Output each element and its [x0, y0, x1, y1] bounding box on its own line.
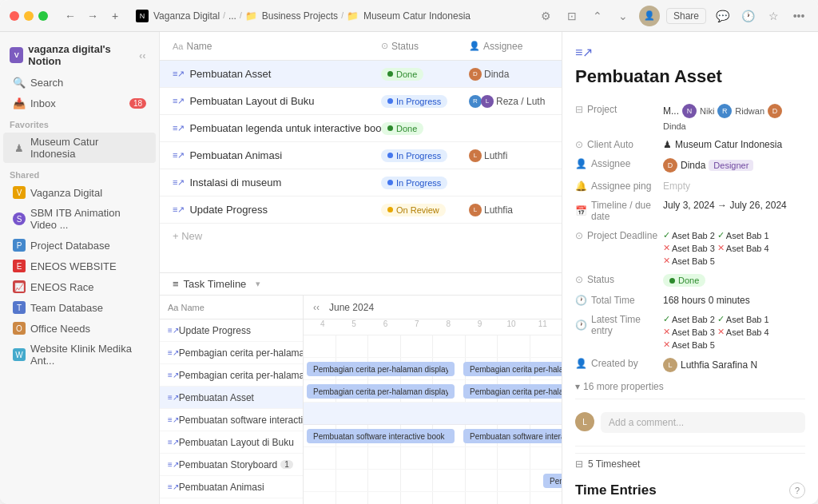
- timeline-name-row[interactable]: ≡↗ Pembuatan Layout di Buku: [160, 431, 303, 454]
- comment-icon[interactable]: 💬: [713, 6, 732, 26]
- detail-value-status[interactable]: Done: [663, 274, 805, 287]
- timeline-bar[interactable]: Pembagian cerita per-halaman display pr.…: [463, 362, 562, 376]
- detail-value-project[interactable]: M... N Niki R Ridwan D Dinda: [663, 104, 805, 131]
- split-icon[interactable]: ⊡: [562, 6, 582, 26]
- chevron-up-icon[interactable]: ⌃: [588, 6, 607, 26]
- tl-bar-label: Pembuatan software interactive book: [470, 432, 562, 441]
- status-badge-inprogress-4: In Progress: [381, 149, 447, 162]
- timeline-chevron-icon[interactable]: ▾: [256, 279, 260, 289]
- timeline-name-row[interactable]: ≡↗ Pembuatan Asset: [160, 387, 303, 409]
- comment-user-avatar: L: [575, 412, 594, 431]
- add-row-button[interactable]: + New: [160, 224, 562, 248]
- forward-button[interactable]: →: [83, 6, 102, 26]
- inbox-icon: 📥: [13, 97, 26, 109]
- timeline-bar[interactable]: Pembuatan software interactive book: [307, 429, 455, 443]
- clock-icon[interactable]: 🕐: [738, 6, 757, 26]
- timeline-name-row[interactable]: ≡↗ Pembagian cerita per-halaman display: [160, 342, 303, 364]
- sidebar-item-klinik[interactable]: W Website Klinik Medika Ant...: [3, 339, 156, 370]
- row-status-2: In Progress: [381, 94, 469, 108]
- detail-value-assignee[interactable]: D Dinda Designer: [663, 158, 805, 173]
- table-row[interactable]: ≡↗ Instalasi di museum In Progress: [160, 169, 562, 196]
- timeline-name-row[interactable]: ≡↗ Update Progress: [160, 319, 303, 342]
- sidebar-search-label: Search: [30, 77, 63, 89]
- breadcrumb-current[interactable]: Museum Catur Indonesia: [363, 10, 471, 22]
- tl-row-line-selected: [304, 403, 562, 425]
- detail-label-client: ⊙ Client Auto: [575, 139, 663, 150]
- sidebar-item-office[interactable]: O Office Needs: [3, 319, 156, 338]
- detail-label-latest-time: 🕐 Latest Time entry: [575, 314, 663, 336]
- timeline-field-icon: 📅: [575, 205, 587, 216]
- timeline-name-row[interactable]: ≡↗ Pembuatan properti: [160, 498, 303, 504]
- minimize-button[interactable]: [24, 11, 34, 21]
- chevron-down-icon[interactable]: ⌄: [614, 6, 633, 26]
- row-assignee-1: D Dinda: [469, 68, 549, 81]
- detail-label-total-time: 🕐 Total Time: [575, 295, 663, 306]
- sidebar-item-inbox[interactable]: 📥 Inbox 18: [3, 93, 156, 113]
- sidebar-item-eneos-race[interactable]: 📈 ENEOS Race: [3, 277, 156, 296]
- sidebar-collapse-button[interactable]: ‹‹: [136, 47, 149, 63]
- more-icon[interactable]: •••: [789, 6, 808, 26]
- sidebar-item-vaganza[interactable]: V Vaganza Digital: [3, 183, 156, 202]
- timeline-title[interactable]: ≡ Task Timeline ▾: [173, 278, 260, 290]
- breadcrumb-ellipsis[interactable]: ...: [228, 10, 236, 22]
- sidebar-item-search[interactable]: 🔍 Search: [3, 73, 156, 92]
- timeline-name-row[interactable]: ≡↗ Pembuatan software interactive book: [160, 409, 303, 431]
- detail-value-deadline[interactable]: ✓ Aset Bab 2 ✓ Aset Bab 1 ✕ Aset Bab 3 ✕…: [663, 230, 805, 266]
- sidebar-item-eneos[interactable]: E ENEOS WEBSITE: [3, 256, 156, 276]
- day-num: 6: [370, 319, 401, 335]
- timeline-bar[interactable]: Pembuatan software interactive book: [463, 429, 562, 443]
- close-button[interactable]: [10, 11, 19, 21]
- maximize-button[interactable]: [38, 11, 48, 21]
- sidebar-project-db-label: Project Database: [30, 240, 110, 252]
- star-icon[interactable]: ☆: [764, 6, 783, 26]
- sidebar-workspace[interactable]: V vaganza digital's Notion ‹‹: [0, 38, 159, 72]
- table-row[interactable]: ≡↗ Pembuatan legenda untuk interactive b…: [160, 115, 562, 142]
- day-num: 8: [433, 319, 464, 335]
- sidebar-item-team-db[interactable]: T Team Database: [3, 298, 156, 317]
- sidebar-item-museum-catur[interactable]: ♟ Museum Catur Indonesia: [3, 133, 156, 163]
- table-row[interactable]: ≡↗ Update Progress On Review L Luthfia: [160, 196, 562, 224]
- table-row[interactable]: ≡↗ Pembuatan Animasi In Progress L Luthf…: [160, 142, 562, 169]
- timeline-bar[interactable]: Pembagian cerita per-halaman display pr: [463, 384, 562, 399]
- timeline-bar[interactable]: Pembagian cerita per-halaman display b..…: [307, 362, 455, 376]
- created-by-avatar: L: [663, 358, 677, 372]
- table-row[interactable]: ≡↗ Pembuatan Asset Done D Dinda: [160, 61, 562, 88]
- timeline-name-row[interactable]: ≡↗ Pembagian cerita per-halaman display: [160, 364, 303, 387]
- detail-value-latest-time[interactable]: ✓ Aset Bab 2 ✓ Aset Bab 1 ✕ Aset Bab 3 ✕…: [663, 314, 805, 350]
- folder-icon-2: 📁: [347, 10, 359, 22]
- detail-row-total-time: 🕐 Total Time 168 hours 0 minutes: [575, 291, 805, 310]
- avatar[interactable]: 👤: [639, 6, 660, 26]
- timesheet-row[interactable]: ⊟ 5 Timesheet: [575, 453, 805, 474]
- titlebar: ← → + N Vaganza Digital / ... / 📁 Busine…: [0, 0, 818, 32]
- detail-value-client[interactable]: ♟ Museum Catur Indonesia: [663, 139, 805, 150]
- table-row[interactable]: ≡↗ Pembuatan Layout di Buku In Progress …: [160, 88, 562, 115]
- back-button[interactable]: ←: [61, 6, 80, 26]
- timeline-bar[interactable]: Pembua...: [543, 474, 562, 488]
- sidebar-item-project-db[interactable]: P Project Database: [3, 236, 156, 255]
- timeline-name-row[interactable]: ≡↗ Pembuatan Storyboard 1: [160, 454, 303, 476]
- row-text-3: Pembuatan legenda untuk interactive book: [189, 122, 381, 134]
- sidebar-item-sbm[interactable]: S SBM ITB Animation Video ...: [3, 204, 156, 234]
- created-by-label-text: Created by: [591, 358, 638, 369]
- breadcrumb: N Vaganza Digital / ... / 📁 Business Pro…: [136, 10, 530, 22]
- detail-row-latest-time: 🕐 Latest Time entry ✓ Aset Bab 2 ✓ Aset …: [575, 310, 805, 354]
- expand-properties-button[interactable]: ▾ 16 more properties: [575, 381, 805, 392]
- help-button[interactable]: ?: [789, 482, 805, 498]
- share-button[interactable]: Share: [666, 8, 706, 24]
- timeline-grid: ‹‹ June 2024 4 5 6 7 8 9 10: [304, 296, 562, 504]
- day-num: 7: [401, 319, 432, 335]
- niki-name: Niki: [700, 106, 714, 116]
- add-page-button[interactable]: +: [105, 6, 125, 26]
- comment-input[interactable]: Add a comment...: [601, 412, 805, 433]
- detail-value-timeline[interactable]: July 3, 2024 → July 26, 2024: [663, 200, 805, 211]
- ridwan-name: Ridwan: [735, 106, 764, 116]
- row-task-icon-1: ≡↗: [173, 69, 185, 79]
- row-text-2: Pembuatan Layout di Buku: [189, 95, 314, 107]
- settings-icon[interactable]: ⚙: [537, 6, 556, 26]
- timeline-prev-button[interactable]: ‹‹: [307, 298, 326, 317]
- timeline-name-row[interactable]: ≡↗ Pembuatan Animasi: [160, 476, 303, 498]
- timeline-bar[interactable]: Pembagian cerita per-halaman display: [307, 384, 455, 399]
- assignee-avatar-1: D: [469, 68, 482, 81]
- breadcrumb-business[interactable]: Business Projects: [262, 10, 338, 22]
- breadcrumb-workspace[interactable]: Vaganza Digital: [153, 10, 220, 22]
